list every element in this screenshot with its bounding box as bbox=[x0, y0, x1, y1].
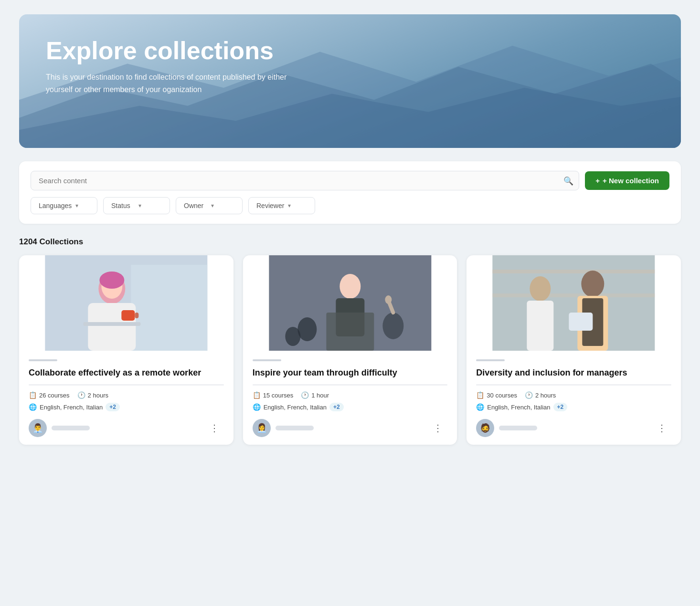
card-languages: 🌐 English, French, Italian +2 bbox=[29, 403, 224, 411]
card-tag-line bbox=[476, 359, 505, 361]
svg-point-18 bbox=[382, 313, 403, 339]
hero-banner: Explore collections This is your destina… bbox=[19, 14, 681, 148]
card-image bbox=[467, 255, 681, 351]
search-input-wrap: 🔍 bbox=[31, 171, 579, 190]
language-list: English, French, Italian bbox=[40, 404, 103, 411]
globe-icon: 🌐 bbox=[476, 403, 484, 411]
card-meta: 📋 15 courses 🕐 1 hour bbox=[253, 391, 448, 399]
duration-meta: 🕐 1 hour bbox=[301, 391, 329, 399]
avatar-row: 👨‍💼 bbox=[29, 419, 90, 437]
svg-point-20 bbox=[385, 295, 392, 304]
svg-point-8 bbox=[99, 272, 124, 289]
filter-row: Languages ▾ Status ▾ Owner ▾ Reviewer ▾ bbox=[31, 197, 669, 214]
card-languages: 🌐 English, French, Italian +2 bbox=[476, 403, 671, 411]
extra-langs-badge: +2 bbox=[553, 403, 568, 411]
card-footer: 👨‍💼 ⋮ bbox=[29, 419, 224, 437]
chevron-down-icon: ▾ bbox=[75, 202, 89, 209]
card-body: Diversity and inclusion for managers 📋 3… bbox=[467, 351, 681, 445]
book-icon: 📋 bbox=[29, 391, 37, 399]
collection-card: Inspire your team through difficulty 📋 1… bbox=[243, 255, 457, 445]
svg-rect-9 bbox=[121, 310, 135, 321]
card-divider bbox=[476, 384, 671, 386]
duration-value: 2 hours bbox=[535, 392, 556, 399]
clock-icon: 🕐 bbox=[77, 391, 85, 399]
collections-count: 1204 Collections bbox=[19, 237, 681, 247]
search-button[interactable]: 🔍 bbox=[563, 176, 573, 186]
filter-languages[interactable]: Languages ▾ bbox=[31, 197, 97, 214]
svg-point-17 bbox=[285, 327, 300, 346]
filter-status[interactable]: Status ▾ bbox=[103, 197, 170, 214]
courses-meta: 📋 30 courses bbox=[476, 391, 517, 399]
duration-meta: 🕐 2 hours bbox=[525, 391, 556, 399]
svg-rect-23 bbox=[493, 293, 655, 297]
filter-owner[interactable]: Owner ▾ bbox=[176, 197, 243, 214]
card-image bbox=[19, 255, 233, 351]
svg-rect-10 bbox=[135, 313, 138, 318]
svg-point-24 bbox=[530, 276, 551, 301]
filter-languages-label: Languages bbox=[39, 202, 72, 209]
search-input[interactable] bbox=[31, 171, 579, 190]
filter-owner-label: Owner bbox=[184, 202, 207, 209]
avatar: 🧔 bbox=[476, 419, 494, 437]
svg-rect-22 bbox=[493, 270, 655, 273]
clock-icon: 🕐 bbox=[525, 391, 533, 399]
card-meta: 📋 26 courses 🕐 2 hours bbox=[29, 391, 224, 399]
svg-rect-4 bbox=[131, 265, 207, 351]
svg-point-26 bbox=[582, 271, 605, 297]
more-options-button[interactable]: ⋮ bbox=[206, 420, 224, 436]
clock-icon: 🕐 bbox=[301, 391, 309, 399]
search-row: 🔍 + + New collection bbox=[31, 171, 669, 190]
svg-point-13 bbox=[339, 274, 361, 299]
author-name-placeholder bbox=[499, 426, 537, 430]
language-list: English, French, Italian bbox=[487, 404, 550, 411]
hero-title: Explore collections bbox=[46, 37, 654, 64]
new-collection-button[interactable]: + + New collection bbox=[585, 171, 669, 190]
card-title: Collaborate effectively as a remote work… bbox=[29, 367, 224, 378]
courses-count: 30 courses bbox=[487, 392, 517, 399]
duration-value: 1 hour bbox=[311, 392, 329, 399]
more-options-button[interactable]: ⋮ bbox=[429, 420, 447, 436]
svg-rect-25 bbox=[527, 301, 554, 351]
svg-point-16 bbox=[297, 317, 317, 341]
search-bar-wrapper: 🔍 + + New collection Languages ▾ Status … bbox=[19, 161, 681, 224]
book-icon: 📋 bbox=[253, 391, 261, 399]
card-tag-line bbox=[29, 359, 57, 361]
courses-count: 15 courses bbox=[263, 392, 294, 399]
filter-reviewer-label: Reviewer bbox=[256, 202, 284, 209]
card-divider bbox=[253, 384, 448, 386]
more-options-button[interactable]: ⋮ bbox=[653, 420, 671, 436]
collection-card: Collaborate effectively as a remote work… bbox=[19, 255, 233, 445]
chevron-down-icon: ▾ bbox=[288, 202, 307, 209]
hero-content: Explore collections This is your destina… bbox=[19, 14, 681, 118]
language-list: English, French, Italian bbox=[264, 404, 327, 411]
avatar: 👩‍💼 bbox=[253, 419, 271, 437]
svg-rect-11 bbox=[83, 322, 140, 326]
avatar: 👨‍💼 bbox=[29, 419, 47, 437]
duration-meta: 🕐 2 hours bbox=[77, 391, 108, 399]
new-collection-plus: + bbox=[595, 177, 600, 185]
globe-icon: 🌐 bbox=[253, 403, 261, 411]
duration-value: 2 hours bbox=[88, 392, 108, 399]
svg-rect-15 bbox=[326, 313, 374, 351]
collections-grid: Collaborate effectively as a remote work… bbox=[19, 255, 681, 445]
card-body: Collaborate effectively as a remote work… bbox=[19, 351, 233, 445]
avatar-row: 🧔 bbox=[476, 419, 537, 437]
author-name-placeholder bbox=[276, 426, 314, 430]
avatar-row: 👩‍💼 bbox=[253, 419, 314, 437]
chevron-down-icon: ▾ bbox=[138, 202, 162, 209]
book-icon: 📋 bbox=[476, 391, 484, 399]
card-tag-line bbox=[253, 359, 281, 361]
courses-meta: 📋 15 courses bbox=[253, 391, 294, 399]
filter-reviewer[interactable]: Reviewer ▾ bbox=[248, 197, 315, 214]
card-body: Inspire your team through difficulty 📋 1… bbox=[243, 351, 457, 445]
card-meta: 📋 30 courses 🕐 2 hours bbox=[476, 391, 671, 399]
card-image bbox=[243, 255, 457, 351]
card-languages: 🌐 English, French, Italian +2 bbox=[253, 403, 448, 411]
chevron-down-icon: ▾ bbox=[211, 202, 234, 209]
hero-subtitle: This is your destination to find collect… bbox=[46, 71, 313, 95]
courses-count: 26 courses bbox=[39, 392, 70, 399]
new-collection-label: + New collection bbox=[603, 177, 659, 185]
collection-card: Diversity and inclusion for managers 📋 3… bbox=[467, 255, 681, 445]
card-title: Diversity and inclusion for managers bbox=[476, 367, 671, 378]
card-footer: 🧔 ⋮ bbox=[476, 419, 671, 437]
